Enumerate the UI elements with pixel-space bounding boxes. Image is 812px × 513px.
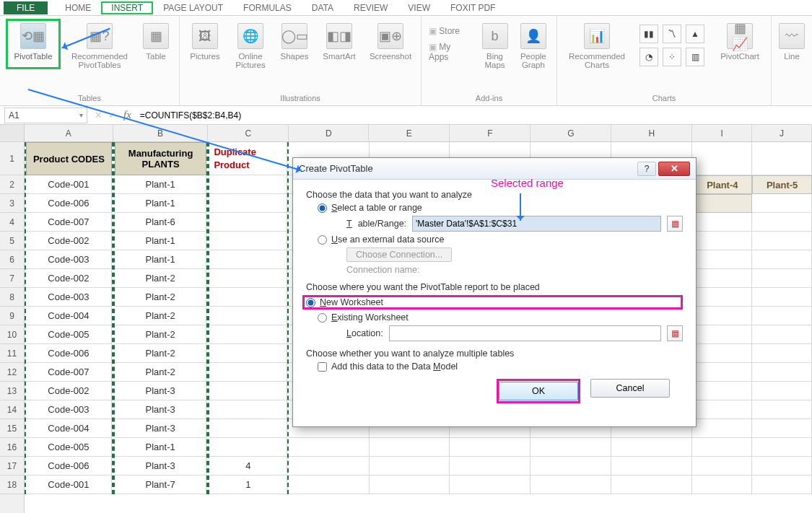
cell[interactable] [209,288,287,307]
cell[interactable] [370,475,450,494]
cell[interactable] [692,213,752,232]
range-picker-icon[interactable] [667,216,683,232]
help-icon[interactable]: ? [637,162,656,176]
cell[interactable] [209,232,287,250]
cell[interactable]: Plant-2 [115,344,207,363]
radio-existing-worksheet[interactable]: Existing Worksheet [318,312,683,323]
cell[interactable]: Plant-1 [115,175,207,194]
cell[interactable] [611,475,692,494]
location-input[interactable] [389,325,661,341]
row-header[interactable]: 7 [0,269,24,288]
cell[interactable] [752,250,812,269]
tab-file[interactable]: FILE [4,1,48,14]
cell[interactable] [531,457,611,475]
cell[interactable]: Plant-3 [115,400,207,419]
cell[interactable] [209,213,287,232]
cell[interactable] [692,344,752,363]
combo-chart-icon[interactable]: ▥ [686,48,704,66]
cell[interactable] [752,194,812,213]
cell[interactable]: Plant-2 [115,307,207,325]
col-header-a[interactable]: A [25,125,113,141]
cell[interactable] [692,269,752,288]
col-header-c[interactable]: C [208,125,289,141]
cell[interactable] [692,250,752,269]
row-header[interactable]: 14 [0,400,24,419]
cell[interactable] [692,419,752,438]
row-header[interactable]: 5 [0,232,24,250]
bing-maps-button[interactable]: bBing Maps [479,19,510,69]
cell[interactable]: Code-002 [26,269,112,288]
cell[interactable] [692,400,752,419]
cell[interactable] [692,194,752,213]
cell[interactable] [752,213,812,232]
cell[interactable]: Code-006 [26,344,112,363]
cell[interactable]: Plant-3 [115,419,207,438]
cell[interactable] [752,419,812,438]
cell[interactable] [752,475,812,494]
cell[interactable] [370,457,450,475]
tab-insert[interactable]: INSERT [101,1,153,14]
formula-input[interactable] [136,109,812,122]
col-header-f[interactable]: F [450,125,531,141]
col-header-i[interactable]: I [692,125,752,141]
cell[interactable]: Plant-2 [115,269,207,288]
cell[interactable]: Code-001 [26,175,112,194]
tab-foxit[interactable]: FOXIT PDF [440,1,505,14]
tab-view[interactable]: VIEW [398,1,440,14]
location-picker-icon[interactable] [667,325,683,341]
row-header[interactable]: 2 [0,175,24,194]
fx-icon[interactable]: fx [119,109,136,121]
cell[interactable] [289,438,369,457]
cell[interactable] [692,325,752,344]
cell[interactable]: Code-007 [26,213,112,232]
cell[interactable] [752,232,812,250]
cell[interactable] [209,382,287,400]
table-range-input[interactable] [412,216,661,232]
cell[interactable] [209,363,287,382]
cell[interactable]: Code-004 [26,307,112,325]
cell[interactable] [450,438,531,457]
tab-data[interactable]: DATA [302,1,344,14]
shapes-button[interactable]: ◯▭Shapes [276,19,313,69]
sparkline-line-button[interactable]: 〰Line [777,19,806,61]
row-header[interactable]: 3 [0,194,24,213]
cell[interactable] [209,325,287,344]
pivotchart-button[interactable]: ▦📈PivotChart [715,19,765,74]
cell[interactable] [209,438,287,457]
cell[interactable] [692,288,752,307]
cell[interactable] [752,269,812,288]
col-header-j[interactable]: J [752,125,812,141]
cell[interactable] [209,250,287,269]
recommended-pivot-button[interactable]: ▦? Recommended PivotTables [66,19,133,69]
cell[interactable]: Code-006 [26,457,112,475]
store-link[interactable]: Store [429,26,471,36]
recommended-charts-button[interactable]: 📊Recommended Charts [563,19,631,74]
people-graph-button[interactable]: 👤People Graph [516,19,551,69]
cell[interactable] [692,382,752,400]
cell[interactable] [209,344,287,363]
cell[interactable]: Plant-3 [115,457,207,475]
cell[interactable] [692,232,752,250]
row-header[interactable]: 18 [0,475,24,494]
cell[interactable]: Code-003 [26,288,112,307]
cell[interactable] [209,175,287,194]
row-header[interactable]: 16 [0,438,24,457]
cell[interactable]: Code-005 [26,325,112,344]
cell[interactable]: Plant-3 [115,382,207,400]
tab-page-layout[interactable]: PAGE LAYOUT [153,1,233,14]
row-header[interactable]: 9 [0,307,24,325]
cell[interactable]: Plant-2 [115,363,207,382]
col-header-d[interactable]: D [289,125,369,141]
cell[interactable]: Plant-2 [115,325,207,344]
row-header[interactable]: 8 [0,288,24,307]
cell[interactable] [531,475,611,494]
row-header[interactable]: 17 [0,457,24,475]
radio-select-range[interactable]: SSelect a table or rangeelect a table or… [318,203,683,213]
cell[interactable] [752,363,812,382]
col-header-h[interactable]: H [611,125,692,141]
close-icon[interactable]: ✕ [658,162,690,176]
cell[interactable]: Plant-2 [115,288,207,307]
cell[interactable]: Duplicate Product [209,142,287,175]
cell[interactable] [289,475,369,494]
smartart-button[interactable]: ◧◨SmartArt [318,19,360,69]
